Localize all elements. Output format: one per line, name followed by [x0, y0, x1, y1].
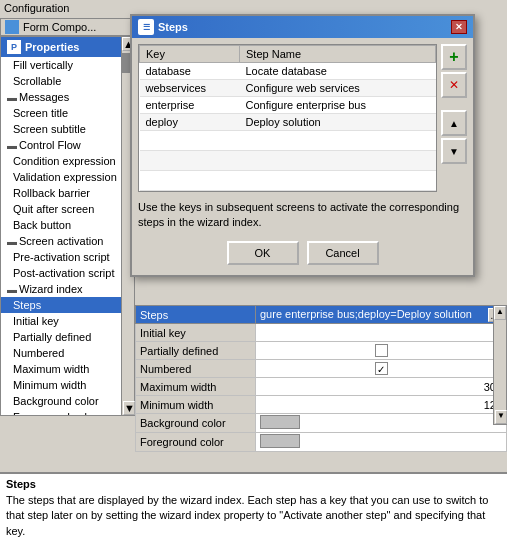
move-down-button[interactable]: ▼ — [441, 138, 467, 164]
modal-overlay: ☰ Steps ✕ Key Step Name — [0, 0, 507, 430]
row-key: webservices — [140, 80, 240, 97]
col-stepname-header: Step Name — [240, 46, 436, 63]
table-row[interactable]: webservices Configure web services — [140, 80, 436, 97]
add-step-button[interactable]: + — [441, 44, 467, 70]
description-title: Steps — [6, 478, 501, 490]
table-row-empty — [140, 151, 436, 171]
main-panel: Configuration Form Compo... P Properties… — [0, 0, 507, 542]
table-row[interactable]: database Locate database — [140, 63, 436, 80]
table-row[interactable]: enterprise Configure enterprise bus — [140, 97, 436, 114]
modal-footer: OK Cancel — [138, 241, 467, 269]
table-row[interactable]: deploy Deploy solution — [140, 114, 436, 131]
fg-color-swatch — [260, 434, 300, 448]
action-buttons-panel: + ✕ ▲ ▼ — [441, 44, 467, 164]
dialog-body: Key Step Name database Locate database — [132, 38, 473, 275]
steps-data-table: Key Step Name database Locate database — [139, 45, 436, 191]
row-stepname: Locate database — [240, 63, 436, 80]
move-up-button[interactable]: ▲ — [441, 110, 467, 136]
dialog-titlebar: ☰ Steps ✕ — [132, 16, 473, 38]
dialog-title-area: ☰ Steps — [138, 19, 188, 35]
table-row-fg-color[interactable]: Foreground color — [136, 433, 507, 452]
steps-dialog: ☰ Steps ✕ Key Step Name — [130, 14, 475, 277]
col-key-header: Key — [140, 46, 240, 63]
row-key: deploy — [140, 114, 240, 131]
row-key: enterprise — [140, 97, 240, 114]
table-row-empty — [140, 131, 436, 151]
description-text: The steps that are displayed by the wiza… — [6, 493, 501, 539]
description-panel: Steps The steps that are displayed by th… — [0, 472, 507, 542]
row-stepname: Configure enterprise bus — [240, 97, 436, 114]
row-key: database — [140, 63, 240, 80]
dialog-close-button[interactable]: ✕ — [451, 20, 467, 34]
modal-hint-text: Use the keys in subsequent screens to ac… — [138, 198, 467, 233]
cancel-button[interactable]: Cancel — [307, 241, 379, 265]
dialog-title-text: Steps — [158, 21, 188, 33]
table-row-empty — [140, 171, 436, 191]
steps-table-container: Key Step Name database Locate database — [138, 44, 437, 192]
steps-icon: ☰ — [143, 23, 150, 32]
ok-button[interactable]: OK — [227, 241, 299, 265]
spacer — [441, 100, 467, 108]
dialog-icon: ☰ — [138, 19, 154, 35]
row-stepname: Deploy solution — [240, 114, 436, 131]
steps-table-wrapper: Key Step Name database Locate database — [138, 44, 437, 192]
delete-step-button[interactable]: ✕ — [441, 72, 467, 98]
row-stepname: Configure web services — [240, 80, 436, 97]
